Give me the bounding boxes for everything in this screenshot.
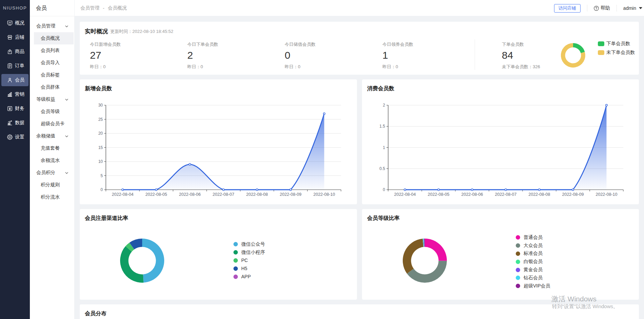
windows-activate-watermark-line1: 激活 Windows [551,294,596,304]
member-icon [7,77,13,83]
member-submenu: 会员 会员管理会员概况会员列表会员导入会员标签会员群体等级权益会员等级超级会员卡… [30,0,75,319]
submenu-item-充值套餐[interactable]: 充值套餐 [30,142,74,154]
submenu-item-会员标签[interactable]: 会员标签 [30,69,74,81]
submenu-item-余额流水[interactable]: 余额流水 [30,154,74,167]
help-menu[interactable]: 帮助 [594,5,610,11]
legend-item-白银会员[interactable]: 白银会员 [516,258,550,266]
sidebar-items: 概况店铺商品订单会员营销财务数据设置 [0,16,30,144]
sidebar-item-settings[interactable]: 设置 [1,130,29,144]
submenu-item-会员群体[interactable]: 会员群体 [30,81,74,93]
realtime-overview-card: 实时概况 更新时间：2022-08-10 18:45:52 今日新增会员数27昨… [80,22,639,75]
sidebar-item-finance[interactable]: 财务 [1,101,29,116]
new-members-line-chart: 0510152025302022-08-042022-08-052022-08-… [80,79,357,204]
legend-item-微信公众号[interactable]: 微信公众号 [233,240,265,248]
svg-text:2022-08-06: 2022-08-06 [179,192,201,197]
svg-text:0: 0 [383,187,385,192]
legend-label: PC [241,258,248,263]
submenu-item-积分规则[interactable]: 积分规则 [30,179,74,191]
sidebar-item-marketing[interactable]: 营销 [1,87,29,101]
content-area: 实时概况 更新时间：2022-08-10 18:45:52 今日新增会员数27昨… [75,16,644,319]
sidebar-item-label: 订单 [15,63,24,69]
submenu-item-label: 积分规则 [41,182,60,188]
chevron-down-icon [65,98,68,101]
legend-item-黄金会员[interactable]: 黄金会员 [516,266,550,274]
submenu-item-label: 积分流水 [41,194,60,200]
svg-text:10: 10 [98,159,103,164]
legend-dot [516,251,520,256]
submenu-item-label: 超级会员卡 [41,121,64,127]
svg-text:2022-08-06: 2022-08-06 [461,192,483,197]
sidebar-item-member[interactable]: 会员 [1,73,29,87]
submenu-item-label: 会员标签 [41,72,60,78]
sidebar-item-label: 营销 [15,91,24,97]
legend-dot [516,260,520,264]
sidebar-item-label: 财务 [15,106,24,112]
marketing-icon [7,91,13,97]
svg-text:0: 0 [100,187,103,192]
legend-item-普通会员[interactable]: 普通会员 [516,233,550,242]
legend-swatch [598,50,604,55]
submenu-item-会员列表[interactable]: 会员列表 [30,44,74,57]
svg-text:2: 2 [383,103,385,108]
legend-item-超级VIP会员[interactable]: 超级VIP会员 [516,282,550,290]
svg-text:2022-08-09: 2022-08-09 [562,192,584,197]
legend-item-标准会员[interactable]: 标准会员 [516,250,550,258]
submenu-item-超级会员卡[interactable]: 超级会员卡 [30,118,74,130]
legend-item-大众会员[interactable]: 大众会员 [516,242,550,250]
legend-label: 未下单会员数 [606,50,635,56]
legend-item-PC[interactable]: PC [233,257,265,265]
sidebar-item-data[interactable]: 数据 [1,116,29,130]
submenu-group-label: 等级权益 [36,96,55,102]
submenu-title: 会员 [30,0,74,16]
submenu-item-会员等级[interactable]: 会员等级 [30,106,74,118]
legend-label: H5 [241,266,247,271]
breadcrumb-parent[interactable]: 会员管理 [80,5,99,11]
submenu-group-等级权益[interactable]: 等级权益 [30,93,74,106]
breadcrumb-current: 会员概况 [108,5,127,11]
legend-item-APP[interactable]: APP [233,273,265,281]
submenu-group-余额储值[interactable]: 余额储值 [30,130,74,142]
legend-item-H5[interactable]: H5 [233,264,265,273]
submenu-item-label: 余额流水 [41,157,60,164]
legend-label: 白银会员 [524,259,543,265]
legend-item-下单会员数[interactable]: 下单会员数 [598,39,635,48]
sidebar-item-label: 数据 [15,120,24,126]
submenu-item-积分流水[interactable]: 积分流水 [30,191,74,203]
chevron-down-icon [65,171,68,174]
legend-item-微信小程序[interactable]: 微信小程序 [233,248,265,257]
visit-shop-button[interactable]: 访问店铺 [554,4,581,13]
sidebar-item-shop[interactable]: 店铺 [1,30,29,44]
sidebar-item-order[interactable]: 订单 [1,59,29,73]
topbar: 会员管理 - 会员概况 访问店铺 帮助 admin [75,0,644,16]
legend-item-钻石会员[interactable]: 钻石会员 [516,274,550,282]
shop-icon [7,34,13,40]
data-icon [7,120,13,126]
legend-dot [516,243,520,248]
legend-label: 标准会员 [524,250,543,257]
submenu-group-会员积分[interactable]: 会员积分 [30,167,74,179]
svg-text:0.5: 0.5 [379,166,385,171]
sidebar-item-goods[interactable]: 商品 [1,44,29,59]
overview-icon [7,20,13,26]
submenu-item-会员概况[interactable]: 会员概况 [34,32,74,44]
submenu-group-会员管理[interactable]: 会员管理 [30,20,74,32]
legend-dot [233,266,238,271]
legend-dot [233,242,238,246]
submenu-item-label: 会员导入 [41,60,60,66]
svg-text:2022-08-04: 2022-08-04 [394,192,416,197]
legend-item-未下单会员数[interactable]: 未下单会员数 [598,48,635,57]
sidebar-item-label: 概况 [15,20,24,26]
submenu-item-会员导入[interactable]: 会员导入 [30,57,74,69]
register-channel-pie-chart [80,209,357,300]
sidebar-item-overview[interactable]: 概况 [1,16,29,30]
legend-dot [233,275,238,279]
new-members-card: 新增会员数 0510152025302022-08-042022-08-0520… [80,79,357,204]
svg-text:5: 5 [100,173,103,178]
member-level-card: 会员等级比率 普通会员大众会员标准会员白银会员黄金会员钻石会员超级VIP会员 [362,209,639,300]
breadcrumb: 会员管理 - 会员概况 [80,5,127,11]
submenu-item-label: 会员群体 [41,84,60,90]
chevron-down-icon [639,7,642,9]
svg-text:2022-08-05: 2022-08-05 [428,192,450,197]
user-menu[interactable]: admin [623,5,642,11]
legend-label: 普通会员 [524,234,543,241]
